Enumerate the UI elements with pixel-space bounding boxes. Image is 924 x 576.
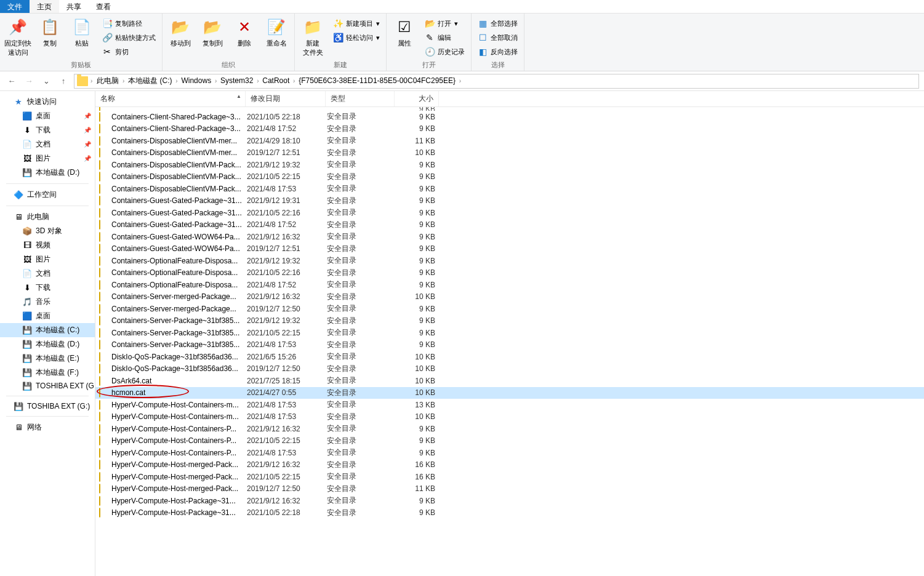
copy-button[interactable]: 📋复制 xyxy=(36,15,64,48)
copy-path-button[interactable]: 📑复制路径 xyxy=(100,17,158,30)
history-button[interactable]: 🕘历史记录 xyxy=(422,46,467,58)
list-item[interactable]: Containers-Server-merged-Package...2019/… xyxy=(95,303,924,315)
breadcrumb-segment[interactable]: System32 xyxy=(219,76,255,85)
delete-button[interactable]: ✕删除 xyxy=(230,15,259,48)
col-type[interactable]: 类型 xyxy=(326,91,395,106)
new-item-button[interactable]: ✨新建项目 ▾ xyxy=(331,17,382,30)
breadcrumb-segment[interactable]: Windows xyxy=(179,76,213,85)
chevron-right-icon[interactable]: › xyxy=(90,78,92,84)
list-item[interactable]: Containers-Server-Package~31bf385...2021… xyxy=(95,315,924,327)
nav-item[interactable]: 🟦桌面 xyxy=(0,309,95,323)
nav-item[interactable]: 💾本地磁盘 (C:) xyxy=(0,323,95,337)
list-item[interactable]: HyperV-Compute-Host-Containers-P...2021/… xyxy=(95,423,924,435)
nav-pane[interactable]: ★快速访问 🟦桌面📌⬇下载📌📄文档📌🖼图片📌💾本地磁盘 (D:) 🔷工作空间 🖥… xyxy=(0,91,95,576)
chevron-right-icon[interactable]: › xyxy=(291,78,297,84)
tab-home[interactable]: 主页 xyxy=(30,0,59,13)
nav-item[interactable]: 💾TOSHIBA EXT (G:) xyxy=(0,380,95,392)
list-item[interactable]: HyperV-Compute-Host-Containers-m...2021/… xyxy=(95,411,924,423)
list-item[interactable]: Containers-OptionalFeature-Disposa...202… xyxy=(95,279,924,291)
list-item[interactable]: HyperV-Compute-Host-Package~31...2021/9/… xyxy=(95,495,924,507)
open-button[interactable]: 📂打开 ▾ xyxy=(422,17,467,30)
list-item[interactable]: DiskIo-QoS-Package~31bf3856ad36...2019/1… xyxy=(95,363,924,375)
nav-item[interactable]: 🎵音乐 xyxy=(0,295,95,309)
paste-button[interactable]: 📄粘贴 xyxy=(68,15,96,48)
breadcrumb-segment[interactable]: 本地磁盘 (C:) xyxy=(126,76,174,85)
address-bar[interactable]: › 此电脑 › 本地磁盘 (C:) › Windows › System32 ›… xyxy=(74,74,919,89)
easy-access-button[interactable]: ♿轻松访问 ▾ xyxy=(331,31,382,44)
chevron-right-icon[interactable]: › xyxy=(457,78,461,84)
list-item[interactable]: Containers-Guest-Gated-WOW64-Pa...2021/9… xyxy=(95,231,924,243)
tab-file[interactable]: 文件 xyxy=(0,0,30,13)
select-all-button[interactable]: ▦全部选择 xyxy=(475,17,520,30)
list-item[interactable]: HyperV-Compute-Host-merged-Pack...2021/9… xyxy=(95,459,924,471)
nav-item[interactable]: 🖼图片📌 xyxy=(0,151,95,166)
nav-item[interactable]: ⬇下载📌 xyxy=(0,123,95,137)
tab-view[interactable]: 查看 xyxy=(89,0,118,13)
breadcrumb-segment[interactable]: {F750E6C3-38EE-11D1-85E5-00C04FC295EE} xyxy=(297,76,457,85)
copy-to-button[interactable]: 📂复制到 xyxy=(198,15,227,48)
select-none-button[interactable]: ☐全部取消 xyxy=(475,31,520,44)
nav-network[interactable]: 🖥网络 xyxy=(0,420,95,434)
new-folder-button[interactable]: 📁新建 文件夹 xyxy=(299,15,327,57)
forward-button[interactable]: → xyxy=(22,74,36,88)
list-item[interactable]: Containers-Server-Package~31bf385...2021… xyxy=(95,327,924,339)
list-item[interactable]: Containers-DisposableClientVM-Pack...202… xyxy=(95,171,924,183)
col-size[interactable]: 大小 xyxy=(395,91,439,106)
nav-item[interactable]: 🖼图片 xyxy=(0,252,95,266)
list-item[interactable]: Containers-DisposableClientVM-Pack...202… xyxy=(95,159,924,171)
list-item[interactable]: Containers-Client-Shared-Package~3...202… xyxy=(95,111,924,123)
list-item[interactable]: DiskIo-QoS-Package~31bf3856ad36...2021/6… xyxy=(95,351,924,363)
list-item[interactable]: Containers-DisposableClientVM-mer...2019… xyxy=(95,147,924,159)
breadcrumb-segment[interactable]: CatRoot xyxy=(260,76,291,85)
list-item[interactable]: Containers-OptionalFeature-Disposa...202… xyxy=(95,255,924,267)
nav-this-pc[interactable]: 🖥此电脑 xyxy=(0,210,95,224)
nav-item[interactable]: 💾本地磁盘 (D:) xyxy=(0,337,95,351)
chevron-right-icon[interactable]: › xyxy=(255,78,260,84)
back-button[interactable]: ← xyxy=(5,74,18,88)
chevron-right-icon[interactable]: › xyxy=(213,78,219,84)
nav-item[interactable]: 📄文档📌 xyxy=(0,137,95,151)
list-item[interactable]: DsArk64.cat2021/7/25 18:15安全目录10 KB xyxy=(95,375,924,387)
list-item[interactable]: HyperV-Compute-Host-merged-Pack...2019/1… xyxy=(95,483,924,495)
nav-item[interactable]: 💾本地磁盘 (E:) xyxy=(0,351,95,366)
list-item[interactable]: Containers-OptionalFeature-Disposa...202… xyxy=(95,267,924,279)
tab-share[interactable]: 共享 xyxy=(59,0,89,13)
edit-button[interactable]: ✎编辑 xyxy=(422,31,467,44)
recent-dropdown[interactable]: ⌄ xyxy=(39,74,53,88)
col-date[interactable]: 修改日期 xyxy=(246,91,326,106)
list-item[interactable]: Containers-Server-merged-Package...2021/… xyxy=(95,291,924,303)
list-item[interactable]: Containers-DisposableClientVM-Pack...202… xyxy=(95,183,924,195)
cut-button[interactable]: ✂剪切 xyxy=(100,46,158,58)
list-item[interactable]: hcmon.cat2021/4/27 0:55安全目录10 KB xyxy=(95,387,924,399)
paste-shortcut-button[interactable]: 🔗粘贴快捷方式 xyxy=(100,31,158,44)
up-button[interactable]: ↑ xyxy=(57,74,70,88)
properties-button[interactable]: ☑属性 xyxy=(390,15,419,48)
nav-item[interactable]: 🎞视频 xyxy=(0,238,95,252)
move-to-button[interactable]: 📂移动到 xyxy=(166,15,195,48)
list-item[interactable]: HyperV-Compute-Host-Containers-m...2021/… xyxy=(95,399,924,411)
rename-button[interactable]: 📝重命名 xyxy=(262,15,291,48)
list-item[interactable]: Containers-Guest-Gated-Package~31...2021… xyxy=(95,219,924,231)
list-item[interactable]: HyperV-Compute-Host-Containers-P...2021/… xyxy=(95,447,924,459)
list-item[interactable]: Containers-Server-Package~31bf385...2021… xyxy=(95,339,924,351)
list-item[interactable]: Containers-Guest-Gated-Package~31...2021… xyxy=(95,195,924,207)
file-list[interactable]: 名称 修改日期 类型 大小 9 KBContainers-Client-Shar… xyxy=(95,91,924,576)
chevron-right-icon[interactable]: › xyxy=(121,78,126,84)
nav-item[interactable]: 🟦桌面📌 xyxy=(0,109,95,123)
list-item[interactable]: HyperV-Compute-Host-merged-Pack...2021/1… xyxy=(95,471,924,483)
col-name[interactable]: 名称 xyxy=(95,91,246,106)
nav-item[interactable]: 💾本地磁盘 (D:) xyxy=(0,166,95,180)
nav-item[interactable]: 💾TOSHIBA EXT (G:) xyxy=(0,400,95,412)
invert-selection-button[interactable]: ◧反向选择 xyxy=(475,46,520,58)
nav-item[interactable]: 📄文档 xyxy=(0,266,95,281)
nav-item[interactable]: 📦3D 对象 xyxy=(0,224,95,238)
list-item[interactable]: HyperV-Compute-Host-Containers-P...2021/… xyxy=(95,435,924,447)
list-item[interactable]: Containers-Client-Shared-Package~3...202… xyxy=(95,123,924,135)
nav-quick-access[interactable]: ★快速访问 xyxy=(0,95,95,109)
list-item[interactable]: HyperV-Compute-Host-Package~31...2021/10… xyxy=(95,507,924,519)
list-item[interactable]: Containers-Guest-Gated-Package~31...2021… xyxy=(95,207,924,219)
nav-workspace[interactable]: 🔷工作空间 xyxy=(0,188,95,202)
nav-item[interactable]: 💾本地磁盘 (F:) xyxy=(0,366,95,380)
list-item[interactable]: Containers-Guest-Gated-WOW64-Pa...2019/1… xyxy=(95,243,924,255)
list-item[interactable]: Containers-DisposableClientVM-mer...2021… xyxy=(95,135,924,147)
